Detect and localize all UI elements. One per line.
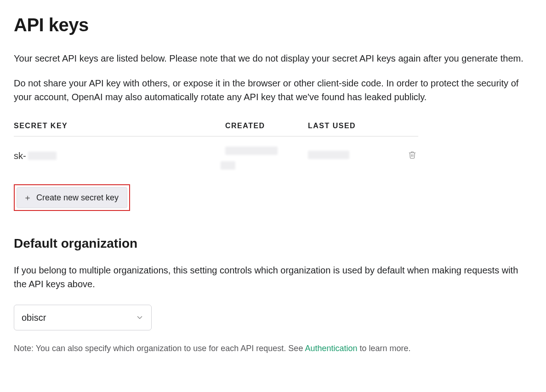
header-actions [391,120,418,131]
delete-key-button[interactable] [406,148,418,161]
header-last-used: LAST USED [308,120,391,131]
created-redacted-2 [221,161,235,170]
cell-created [225,147,308,165]
note-prefix: Note: You can also specify which organiz… [14,344,305,353]
header-secret-key: SECRET KEY [14,120,225,131]
default-organization-description: If you belong to multiple organizations,… [14,263,519,291]
note-suffix: to learn more. [358,344,411,353]
create-secret-key-button[interactable]: ＋ Create new secret key [17,187,127,208]
api-keys-description-2: Do not share your API key with others, o… [14,76,529,104]
secret-key-redacted [28,152,57,160]
table-header: SECRET KEY CREATED LAST USED [14,120,418,136]
chevron-down-icon [136,313,144,322]
page-title: API keys [14,11,532,39]
create-key-label: Create new secret key [36,193,119,203]
secret-key-prefix: sk- [14,149,26,163]
create-key-highlight: ＋ Create new secret key [14,184,130,211]
last-used-redacted [308,151,349,159]
trash-icon [408,150,416,159]
api-keys-description-1: Your secret API keys are listed below. P… [14,51,529,65]
organization-note: Note: You can also specify which organiz… [14,342,532,355]
authentication-link[interactable]: Authentication [305,344,357,353]
default-organization-title: Default organization [14,234,532,253]
created-redacted [225,147,278,155]
cell-last-used [308,149,391,163]
table-row: sk- [14,136,418,171]
api-keys-table: SECRET KEY CREATED LAST USED sk- [14,120,418,171]
plus-icon: ＋ [23,192,32,203]
organization-selected-value: obiscr [22,311,46,324]
header-created: CREATED [225,120,308,131]
organization-select[interactable]: obiscr [14,305,152,330]
cell-secret-key: sk- [14,149,225,163]
